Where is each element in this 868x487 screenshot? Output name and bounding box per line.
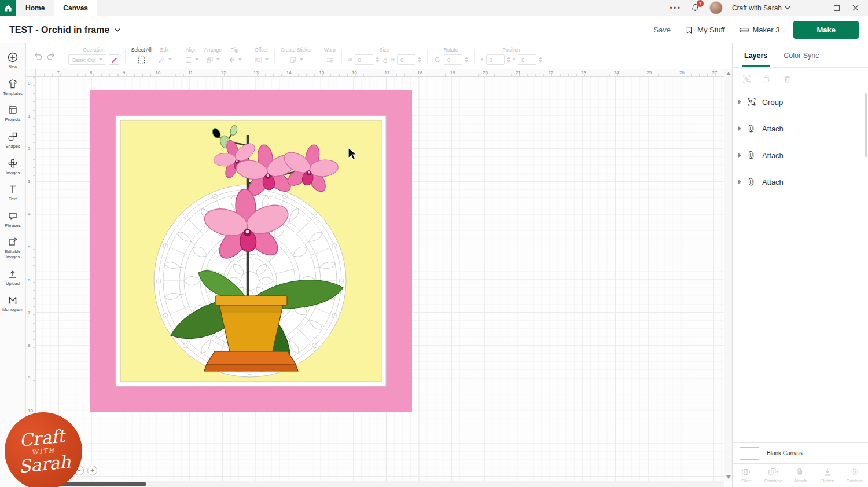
flatten-button[interactable]: Flatten bbox=[814, 464, 841, 487]
tab-canvas[interactable]: Canvas bbox=[54, 0, 97, 16]
sidebar-item-text[interactable]: Text bbox=[0, 184, 26, 202]
canvas-artwork[interactable] bbox=[90, 90, 412, 412]
panel-scroll-thumb[interactable] bbox=[865, 93, 867, 157]
scroll-up-arrow[interactable] bbox=[726, 72, 731, 75]
align-group[interactable]: Align bbox=[184, 47, 198, 65]
expand-chevron-icon[interactable] bbox=[738, 180, 741, 184]
avatar[interactable] bbox=[709, 1, 723, 14]
action-label: Combine bbox=[764, 478, 782, 484]
arrange-group[interactable]: Arrange bbox=[204, 47, 222, 65]
position-x-stepper[interactable] bbox=[507, 57, 510, 63]
ruler-number: 9 bbox=[123, 70, 125, 75]
make-button[interactable]: Make bbox=[793, 21, 859, 39]
tab-home[interactable]: Home bbox=[16, 0, 54, 16]
position-y-input[interactable]: 0 bbox=[518, 54, 536, 65]
project-title[interactable]: TEST - Orchid in frame bbox=[9, 25, 121, 35]
contour-button[interactable]: Contour bbox=[841, 464, 868, 487]
warp-group[interactable]: Warp bbox=[324, 47, 336, 65]
layer-list: Group Attach Attach Attach bbox=[733, 89, 868, 195]
ruler-number: 6 bbox=[28, 277, 30, 283]
layer-row-attach-1[interactable]: Attach bbox=[733, 115, 868, 142]
delete-tool-icon[interactable] bbox=[782, 74, 792, 84]
maximize-button[interactable] bbox=[834, 5, 840, 11]
undo-icon[interactable] bbox=[33, 51, 43, 61]
group-tool-icon[interactable] bbox=[742, 74, 752, 84]
notifications-button[interactable]: 1 bbox=[690, 3, 700, 13]
size-w-stepper[interactable] bbox=[376, 57, 379, 63]
ruler-number: 1 bbox=[28, 113, 30, 119]
chevron-down-icon bbox=[238, 58, 242, 61]
overflow-menu-icon[interactable]: ••• bbox=[670, 3, 681, 12]
slice-button[interactable]: Slice bbox=[733, 464, 760, 487]
sidebar-item-editable-images[interactable]: Editable Images bbox=[0, 236, 26, 259]
sidebar-item-label: Phrases bbox=[5, 224, 21, 229]
size-h-input[interactable]: 0 bbox=[397, 54, 415, 65]
contour-icon bbox=[850, 467, 859, 477]
sidebar-item-new[interactable]: New bbox=[0, 52, 26, 70]
save-button[interactable]: Save bbox=[653, 25, 671, 34]
ruler-number: 12 bbox=[221, 70, 226, 75]
offset-group[interactable]: Offset bbox=[254, 47, 269, 65]
expand-chevron-icon[interactable] bbox=[738, 153, 741, 158]
account-menu[interactable]: Craft with Sarah bbox=[732, 4, 790, 12]
home-icon[interactable] bbox=[0, 0, 16, 16]
operation-dropdown[interactable]: Basic Cut bbox=[68, 54, 106, 65]
my-stuff-label: My Stuff bbox=[697, 25, 724, 34]
edit-group[interactable]: Edit bbox=[157, 47, 172, 65]
zoom-in-button[interactable]: + bbox=[87, 466, 97, 475]
redo-icon[interactable] bbox=[46, 51, 56, 61]
lock-icon[interactable] bbox=[381, 56, 389, 64]
ruler-number: 7 bbox=[57, 70, 60, 75]
action-label: Attach bbox=[794, 478, 807, 484]
layer-row-group[interactable]: Group bbox=[733, 89, 868, 115]
shapes-icon bbox=[7, 131, 19, 142]
flip-icon bbox=[227, 56, 236, 64]
duplicate-tool-icon[interactable] bbox=[762, 74, 772, 84]
tab-canvas-label: Canvas bbox=[63, 4, 88, 12]
tab-layers[interactable]: Layers bbox=[736, 43, 775, 67]
sidebar-item-projects[interactable]: Projects bbox=[0, 104, 26, 123]
scroll-down-arrow[interactable] bbox=[726, 475, 731, 479]
create-sticker-group[interactable]: Create Sticker bbox=[281, 47, 312, 65]
size-group: Size W 0 H 0 bbox=[348, 47, 421, 65]
expand-chevron-icon[interactable] bbox=[738, 126, 741, 131]
combine-button[interactable]: Combine bbox=[760, 464, 787, 487]
arrange-label: Arrange bbox=[204, 47, 222, 53]
ruler-number: 8 bbox=[90, 70, 92, 75]
rotate-stepper[interactable] bbox=[465, 57, 468, 63]
sidebar-item-templates[interactable]: Templates bbox=[0, 78, 26, 97]
sidebar-item-monogram[interactable]: Monogram bbox=[0, 294, 26, 313]
sidebar-item-phrases[interactable]: Phrases bbox=[0, 210, 26, 229]
my-stuff-button[interactable]: My Stuff bbox=[685, 25, 724, 35]
close-button[interactable] bbox=[852, 5, 859, 11]
sidebar-item-label: Projects bbox=[5, 118, 20, 123]
canvas-vertical-scrollbar[interactable] bbox=[724, 69, 732, 481]
position-x-input[interactable]: 0 bbox=[486, 54, 505, 65]
size-w-input[interactable]: 0 bbox=[355, 54, 373, 65]
layer-row-attach-3[interactable]: Attach bbox=[733, 169, 868, 195]
header-bar: TEST - Orchid in frame Save My Stuff Mak… bbox=[0, 16, 868, 43]
blank-canvas-row[interactable]: Blank Canvas bbox=[733, 442, 868, 463]
canvas-grid[interactable] bbox=[36, 77, 724, 481]
color-swatch-button[interactable] bbox=[109, 54, 119, 65]
machine-select[interactable]: Maker 3 bbox=[739, 25, 780, 35]
select-all-group[interactable]: Select All bbox=[131, 47, 152, 65]
canvas-horizontal-scrollbar[interactable] bbox=[26, 481, 724, 487]
rotate-input[interactable]: 0 bbox=[444, 54, 462, 65]
position-y-stepper[interactable] bbox=[539, 57, 542, 63]
sidebar-item-upload[interactable]: Upload bbox=[0, 268, 26, 287]
tab-color-sync[interactable]: Color Sync bbox=[775, 43, 827, 67]
project-title-text: TEST - Orchid in frame bbox=[9, 25, 109, 35]
minimize-button[interactable] bbox=[815, 8, 821, 9]
ruler-number: 23 bbox=[581, 70, 586, 75]
attach-button[interactable]: Attach bbox=[787, 464, 814, 487]
sidebar-item-shapes[interactable]: Shapes bbox=[0, 131, 26, 149]
expand-chevron-icon[interactable] bbox=[738, 100, 741, 104]
layer-row-attach-2[interactable]: Attach bbox=[733, 142, 868, 169]
flip-group[interactable]: Flip bbox=[227, 47, 242, 65]
sidebar-item-images[interactable]: Images bbox=[0, 158, 26, 176]
size-h-stepper[interactable] bbox=[418, 57, 421, 63]
horizontal-scroll-thumb[interactable] bbox=[60, 482, 146, 486]
canvas-color-swatch[interactable] bbox=[740, 447, 759, 460]
ruler-number: 18 bbox=[417, 70, 422, 75]
